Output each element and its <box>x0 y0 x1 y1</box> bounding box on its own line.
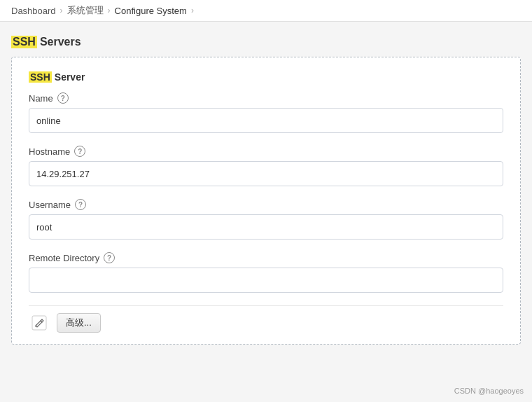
name-help-icon[interactable]: ? <box>57 92 69 104</box>
breadcrumb: Dashboard › 系统管理 › Configure System › <box>0 0 532 22</box>
card-footer: 高级... <box>29 305 503 333</box>
breadcrumb-sep-2: › <box>108 6 111 15</box>
hostname-input[interactable] <box>29 161 503 186</box>
edit-icon <box>31 315 47 331</box>
breadcrumb-sep-1: › <box>60 6 63 15</box>
hostname-label-text: Hostname <box>29 146 70 157</box>
section-title-rest: Servers <box>40 36 81 48</box>
advanced-button[interactable]: 高级... <box>57 313 101 333</box>
breadcrumb-system-manage[interactable]: 系统管理 <box>67 4 104 17</box>
card-header-rest: Server <box>55 71 85 83</box>
main-content: SSH Servers SSH Server Name ? Hostname ? <box>0 22 532 398</box>
name-label-text: Name <box>29 93 53 104</box>
remote-directory-label: Remote Directory ? <box>29 252 503 263</box>
ssh-server-card: SSH Server Name ? Hostname ? Username ? <box>11 57 521 345</box>
card-header-ssh: SSH <box>29 71 52 83</box>
section-ssh-highlight: SSH <box>11 36 37 48</box>
remote-directory-label-text: Remote Directory <box>29 253 99 263</box>
name-label: Name ? <box>29 92 503 104</box>
hostname-label: Hostname ? <box>29 146 503 157</box>
remote-directory-input[interactable] <box>29 268 503 293</box>
breadcrumb-dashboard[interactable]: Dashboard <box>11 6 56 16</box>
username-label-text: Username <box>29 200 71 210</box>
breadcrumb-configure-system[interactable]: Configure System <box>115 6 187 16</box>
remote-directory-field-group: Remote Directory ? <box>29 252 503 293</box>
watermark: CSDN @haogeoyes <box>454 387 524 395</box>
remote-directory-help-icon[interactable]: ? <box>104 252 115 263</box>
username-field-group: Username ? <box>29 199 503 240</box>
username-label: Username ? <box>29 199 503 210</box>
svg-rect-0 <box>32 316 46 330</box>
hostname-help-icon[interactable]: ? <box>74 146 85 157</box>
edit-icon-box <box>29 313 50 333</box>
username-input[interactable] <box>29 214 503 240</box>
hostname-field-group: Hostname ? <box>29 146 503 186</box>
username-help-icon[interactable]: ? <box>75 199 86 210</box>
name-input[interactable] <box>29 108 503 133</box>
breadcrumb-sep-3: › <box>191 6 194 15</box>
name-field-group: Name ? <box>29 92 503 133</box>
card-header: SSH Server <box>29 71 503 83</box>
section-title: SSH Servers <box>11 36 521 48</box>
